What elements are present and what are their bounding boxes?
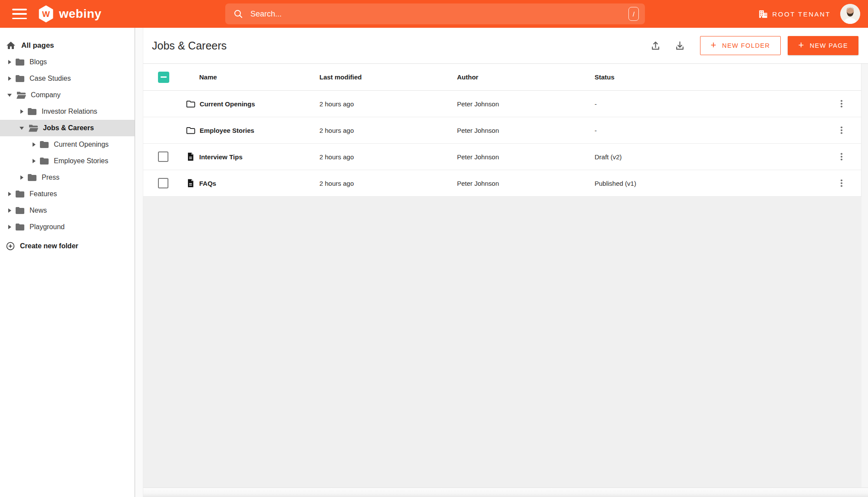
sidebar-item-current-openings[interactable]: Current Openings	[0, 136, 135, 153]
sidebar-item-company[interactable]: Company	[0, 87, 135, 103]
sidebar-item-label: Press	[42, 174, 59, 181]
kebab-menu-icon	[836, 178, 847, 188]
table-row[interactable]: Interview Tips 2 hours ago Peter Johnson…	[143, 144, 861, 170]
sidebar-item-label: Current Openings	[54, 141, 108, 148]
table-row[interactable]: Employee Stories 2 hours ago Peter Johns…	[143, 117, 861, 144]
webiny-logo-icon: W	[38, 5, 54, 23]
sidebar-item-blogs[interactable]: Blogs	[0, 54, 135, 70]
folder-tree: Blogs Case Studies Company Investor	[0, 54, 135, 235]
sidebar-item-playground[interactable]: Playground	[0, 219, 135, 235]
chevron-icon[interactable]	[20, 109, 23, 114]
folder-icon	[27, 172, 37, 183]
row-menu-button[interactable]	[834, 122, 849, 138]
pages-table: Name Last modified Author Status Current…	[143, 64, 861, 197]
search-bar[interactable]: /	[225, 3, 645, 24]
table-row[interactable]: Current Openings 2 hours ago Peter Johns…	[143, 91, 861, 117]
cell-author: Peter Johnson	[457, 127, 595, 134]
page-header: Jobs & Careers + NEW FOLDER + NEW PAGE	[143, 28, 868, 64]
chevron-icon[interactable]	[33, 159, 36, 163]
download-icon	[674, 40, 686, 52]
row-checkbox[interactable]	[158, 178, 168, 188]
sidebar-item-label: Features	[30, 190, 57, 198]
menu-icon[interactable]	[12, 9, 27, 19]
sidebar-item-investor-relations[interactable]: Investor Relations	[0, 103, 135, 120]
kebab-menu-icon	[836, 99, 847, 109]
cell-name: Interview Tips	[186, 152, 319, 161]
sidebar-resize-gutter[interactable]	[135, 28, 143, 497]
search-icon	[233, 9, 243, 19]
sidebar-item-label: Company	[31, 91, 60, 99]
tenant-building-icon	[758, 9, 768, 19]
folder-icon	[39, 139, 49, 150]
sidebar-item-label: Employee Stories	[54, 157, 108, 165]
tenant-name: ROOT TENANT	[773, 10, 831, 18]
tenant-selector[interactable]: ROOT TENANT	[758, 9, 831, 19]
cell-last-modified: 2 hours ago	[319, 100, 457, 108]
search-input[interactable]	[250, 10, 628, 19]
sidebar-item-case-studies[interactable]: Case Studies	[0, 70, 135, 87]
document-icon	[186, 152, 195, 161]
cell-name: Current Openings	[186, 99, 319, 109]
select-all-checkbox[interactable]	[158, 72, 169, 83]
sidebar-item-label: Jobs & Careers	[43, 124, 94, 132]
kebab-menu-icon	[836, 125, 847, 135]
cell-last-modified: 2 hours ago	[319, 127, 457, 134]
cell-status: -	[595, 127, 822, 134]
sidebar-item-employee-stories[interactable]: Employee Stories	[0, 153, 135, 169]
folder-icon	[27, 106, 37, 117]
cell-last-modified: 2 hours ago	[319, 153, 457, 161]
sidebar-item-jobs-careers[interactable]: Jobs & Careers	[0, 120, 135, 136]
sidebar-item-all-pages[interactable]: All pages	[0, 37, 135, 54]
chevron-icon[interactable]	[7, 94, 12, 97]
folder-icon	[15, 57, 25, 67]
chevron-icon[interactable]	[8, 192, 11, 196]
top-bar: W webiny / ROOT TENANT	[0, 0, 868, 28]
sidebar-item-press[interactable]: Press	[0, 169, 135, 186]
sidebar-item-label: Case Studies	[30, 75, 71, 82]
sidebar-item-label: News	[30, 207, 47, 214]
kebab-menu-icon	[836, 151, 847, 162]
chevron-icon[interactable]	[33, 142, 36, 147]
scrollbar-track[interactable]	[861, 64, 868, 497]
table-footer-bar	[143, 487, 868, 497]
chevron-icon[interactable]	[8, 208, 11, 213]
avatar[interactable]	[840, 4, 860, 24]
export-button[interactable]	[671, 37, 689, 54]
sidebar-item-label: Playground	[30, 223, 65, 231]
create-new-folder-button[interactable]: Create new folder	[0, 237, 135, 255]
search-shortcut-badge: /	[628, 7, 639, 21]
table-row[interactable]: FAQs 2 hours ago Peter Johnson Published…	[143, 170, 861, 197]
brand-wordmark: webiny	[59, 7, 102, 21]
cell-status: Published (v1)	[595, 180, 822, 187]
sidebar-item-news[interactable]: News	[0, 202, 135, 219]
svg-text:W: W	[42, 10, 50, 19]
cell-last-modified: 2 hours ago	[319, 180, 457, 187]
chevron-icon[interactable]	[8, 225, 11, 229]
row-menu-button[interactable]	[834, 96, 849, 112]
sidebar-item-label: All pages	[21, 41, 54, 50]
row-menu-button[interactable]	[834, 149, 849, 165]
new-page-button[interactable]: + NEW PAGE	[788, 36, 858, 55]
import-button[interactable]	[647, 37, 664, 54]
folder-open-icon	[16, 91, 26, 100]
sidebar-item-features[interactable]: Features	[0, 186, 135, 202]
column-header-status: Status	[595, 73, 822, 81]
chevron-icon[interactable]	[8, 60, 11, 64]
column-header-name: Name	[186, 73, 319, 81]
folder-icon	[15, 189, 25, 199]
column-header-last-modified: Last modified	[319, 73, 457, 81]
home-icon	[6, 40, 16, 51]
row-menu-button[interactable]	[834, 175, 849, 191]
folder-icon	[15, 73, 25, 84]
document-icon	[186, 178, 195, 188]
table-body: Current Openings 2 hours ago Peter Johns…	[143, 91, 861, 197]
sidebar-item-label: Investor Relations	[42, 108, 97, 115]
chevron-icon[interactable]	[20, 175, 23, 180]
folder-open-icon	[28, 124, 39, 133]
cell-name: Employee Stories	[186, 125, 319, 135]
chevron-icon[interactable]	[20, 127, 24, 130]
new-folder-button[interactable]: + NEW FOLDER	[700, 36, 781, 55]
chevron-icon[interactable]	[8, 76, 11, 81]
row-checkbox[interactable]	[158, 151, 168, 162]
cell-author: Peter Johnson	[457, 180, 595, 187]
